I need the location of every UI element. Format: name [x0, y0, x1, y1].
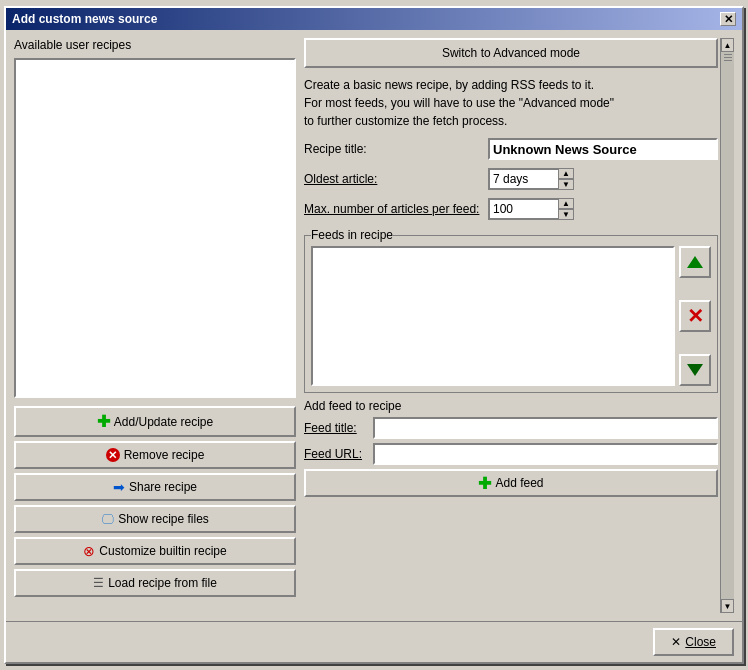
- max-articles-spinner: ▲ ▼: [488, 198, 574, 220]
- plus-icon: ✚: [97, 412, 110, 431]
- close-button[interactable]: ✕ Close: [653, 628, 734, 656]
- main-window: Add custom news source ✕ Available user …: [4, 6, 744, 664]
- feed-move-up-button[interactable]: [679, 246, 711, 278]
- vertical-scrollbar[interactable]: ▲ ▼: [720, 38, 734, 613]
- max-articles-label: Max. number of articles per feed:: [304, 202, 484, 216]
- bottom-bar: ✕ Close: [6, 621, 742, 662]
- add-update-recipe-button[interactable]: ✚ Add/Update recipe: [14, 406, 296, 437]
- add-feed-section: Add feed to recipe Feed title: Feed URL:…: [304, 399, 718, 497]
- load-icon: ☰: [93, 576, 104, 590]
- window-title: Add custom news source: [12, 12, 157, 26]
- left-buttons: ✚ Add/Update recipe ✕ Remove recipe ➡ Sh…: [14, 406, 296, 597]
- oldest-article-up[interactable]: ▲: [558, 168, 574, 179]
- files-icon: 🖵: [101, 512, 114, 527]
- feed-title-input[interactable]: [373, 417, 718, 439]
- switch-mode-button[interactable]: Switch to Advanced mode: [304, 38, 718, 68]
- feed-url-label: Feed URL:: [304, 447, 369, 461]
- info-line2: For most feeds, you will have to use the…: [304, 94, 718, 112]
- customize-label: Customize builtin recipe: [99, 544, 226, 558]
- oldest-article-input[interactable]: [488, 168, 558, 190]
- add-feed-label: Add feed to recipe: [304, 399, 718, 413]
- add-feed-plus-icon: ✚: [478, 474, 491, 493]
- customize-builtin-button[interactable]: ⊗ Customize builtin recipe: [14, 537, 296, 565]
- share-label: Share recipe: [129, 480, 197, 494]
- scroll-track: [721, 52, 734, 599]
- arrow-up-icon: [687, 256, 703, 268]
- feeds-list[interactable]: [311, 246, 675, 386]
- max-articles-row: Max. number of articles per feed: ▲ ▼: [304, 198, 718, 220]
- info-text: Create a basic news recipe, by adding RS…: [304, 74, 718, 132]
- max-articles-input[interactable]: [488, 198, 558, 220]
- feeds-action-buttons: ✕: [679, 246, 711, 386]
- oldest-article-down[interactable]: ▼: [558, 179, 574, 190]
- show-recipe-files-button[interactable]: 🖵 Show recipe files: [14, 505, 296, 533]
- show-files-label: Show recipe files: [118, 512, 209, 526]
- window-body: Available user recipes ✚ Add/Update reci…: [6, 30, 742, 621]
- add-feed-btn-label: Add feed: [495, 476, 543, 490]
- max-articles-up[interactable]: ▲: [558, 198, 574, 209]
- close-x-icon: ✕: [671, 635, 681, 649]
- right-panel: ▲ ▼ Switch to Advanced mode Create a bas…: [304, 38, 734, 613]
- recipe-title-input[interactable]: [488, 138, 718, 160]
- add-feed-button[interactable]: ✚ Add feed: [304, 469, 718, 497]
- title-bar: Add custom news source ✕: [6, 8, 742, 30]
- feed-title-row: Feed title:: [304, 417, 718, 439]
- feeds-content: ✕: [311, 246, 711, 386]
- feed-title-label: Feed title:: [304, 421, 369, 435]
- share-icon: ➡: [113, 479, 125, 495]
- window-close-button[interactable]: ✕: [720, 12, 736, 26]
- remove-icon: ✕: [106, 448, 120, 462]
- info-line1: Create a basic news recipe, by adding RS…: [304, 76, 718, 94]
- remove-recipe-button[interactable]: ✕ Remove recipe: [14, 441, 296, 469]
- share-recipe-button[interactable]: ➡ Share recipe: [14, 473, 296, 501]
- oldest-article-spinner: ▲ ▼: [488, 168, 574, 190]
- arrow-down-icon: [687, 364, 703, 376]
- customize-icon: ⊗: [83, 543, 95, 559]
- oldest-article-row: Oldest article: ▲ ▼: [304, 168, 718, 190]
- feeds-legend: Feeds in recipe: [311, 228, 393, 242]
- feed-url-input[interactable]: [373, 443, 718, 465]
- max-articles-down[interactable]: ▼: [558, 209, 574, 220]
- recipes-list[interactable]: [14, 58, 296, 398]
- left-panel: Available user recipes ✚ Add/Update reci…: [14, 38, 296, 613]
- info-line3: to further customize the fetch process.: [304, 112, 718, 130]
- recipe-title-row: Recipe title:: [304, 138, 718, 160]
- max-articles-spinner-buttons: ▲ ▼: [558, 198, 574, 220]
- load-label: Load recipe from file: [108, 576, 217, 590]
- feed-remove-button[interactable]: ✕: [679, 300, 711, 332]
- add-update-label: Add/Update recipe: [114, 415, 213, 429]
- feed-move-down-button[interactable]: [679, 354, 711, 386]
- scroll-down-arrow[interactable]: ▼: [721, 599, 734, 613]
- feed-remove-icon: ✕: [687, 304, 704, 328]
- feeds-fieldset: Feeds in recipe ✕: [304, 228, 718, 393]
- recipe-title-label: Recipe title:: [304, 142, 484, 156]
- load-recipe-button[interactable]: ☰ Load recipe from file: [14, 569, 296, 597]
- oldest-article-label: Oldest article:: [304, 172, 484, 186]
- scroll-up-arrow[interactable]: ▲: [721, 38, 734, 52]
- remove-label: Remove recipe: [124, 448, 205, 462]
- oldest-article-spinner-buttons: ▲ ▼: [558, 168, 574, 190]
- recipes-label: Available user recipes: [14, 38, 296, 52]
- scroll-grip: [721, 52, 734, 63]
- close-label: Close: [685, 635, 716, 649]
- feed-url-row: Feed URL:: [304, 443, 718, 465]
